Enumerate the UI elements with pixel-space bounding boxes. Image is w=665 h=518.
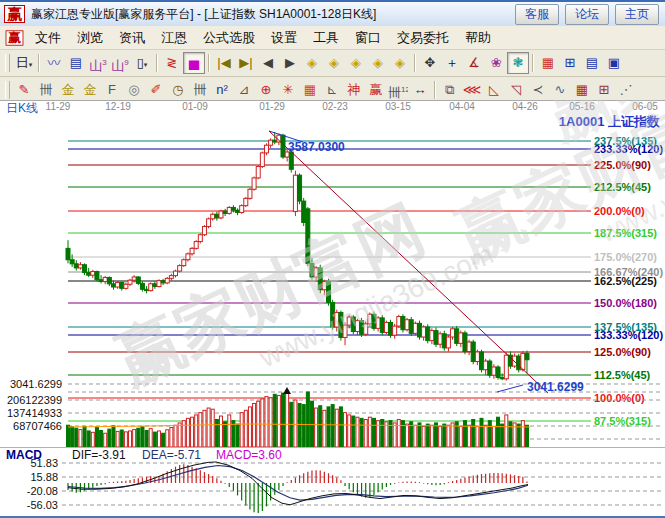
flower-tool-icon[interactable]: ❀ xyxy=(485,52,507,74)
candle-body xyxy=(236,210,240,212)
draw-pencil2-icon[interactable]: ✐ xyxy=(145,79,167,101)
prev-page-button[interactable]: ◀ xyxy=(257,52,279,74)
volume-bar xyxy=(352,416,355,447)
last-page-button[interactable]: ▶| xyxy=(235,52,257,74)
calculator-icon[interactable]: ⊞ xyxy=(559,52,581,74)
pan-hand-icon[interactable]: ✥ xyxy=(419,52,441,74)
candle-body xyxy=(66,248,70,259)
candle-body xyxy=(409,320,413,334)
next-page-button[interactable]: ▶ xyxy=(279,52,301,74)
gann-comb-icon[interactable]: 卌 xyxy=(35,79,57,101)
mirror-icon[interactable]: ⊿ xyxy=(233,79,255,101)
pattern-view-icon[interactable]: 〰 xyxy=(43,52,65,74)
gold-gann-icon-1[interactable]: 金 xyxy=(57,79,79,101)
candle-body xyxy=(475,352,479,362)
gann-label-8: 162.5%(225) xyxy=(594,275,657,287)
forum-button[interactable]: 论坛 xyxy=(565,4,609,25)
angle-ruler-icon[interactable]: ⊾ xyxy=(321,79,343,101)
fan-box-icon[interactable]: ◺ xyxy=(483,79,505,101)
home-button[interactable]: 主页 xyxy=(615,4,659,25)
volume-bar xyxy=(356,417,359,447)
candle-body xyxy=(244,198,248,205)
gold-gann-icon-2[interactable]: 金 xyxy=(79,79,101,101)
volume-bar xyxy=(377,421,380,447)
volume-bar xyxy=(215,420,218,448)
h-resize-icon[interactable]: ↔ xyxy=(409,79,431,101)
candle-body xyxy=(496,367,500,377)
volume-bar xyxy=(211,409,214,447)
first-page-button[interactable]: |◀ xyxy=(213,52,235,74)
volume-chart-icon[interactable]: ▅ xyxy=(183,52,205,74)
gann-diamond-center-icon[interactable]: ◈ xyxy=(389,52,411,74)
fan-lines-icon[interactable]: ⋘ xyxy=(461,79,483,101)
ying-tool-icon[interactable]: 赢 xyxy=(365,79,387,101)
angle-lines-icon[interactable]: ≺ xyxy=(527,79,549,101)
menu-item-2[interactable]: 资讯 xyxy=(111,27,153,49)
candle-body xyxy=(223,211,227,213)
volume-bar xyxy=(339,407,342,447)
fan-box2-icon[interactable]: ◹ xyxy=(505,79,527,101)
draw-pencil-icon[interactable]: ✎ xyxy=(13,79,35,101)
grid-tool-icon[interactable]: ▦ xyxy=(571,79,593,101)
candle-body xyxy=(256,167,260,178)
globe-tool-icon[interactable]: ❃ xyxy=(507,52,529,74)
chart-area[interactable]: 11-2912-1901-0901-2902-2303-1504-0404-26… xyxy=(0,100,665,518)
gann-diamond-left-icon[interactable]: ◈ xyxy=(301,52,323,74)
volume-bar xyxy=(406,424,409,447)
volume-bar xyxy=(79,430,82,447)
ruler-123-icon[interactable]: 卌123 xyxy=(387,79,409,101)
kline-compress-icon[interactable]: ≷ xyxy=(161,52,183,74)
slant-lines-icon[interactable]: ⋰ xyxy=(615,79,637,101)
toolbar-separator xyxy=(414,54,416,72)
candle-style-button[interactable]: ▯▾ xyxy=(131,52,153,74)
volume-bar xyxy=(95,428,98,447)
zigzag-icon[interactable]: ∿ xyxy=(549,79,571,101)
volume-bar xyxy=(344,413,347,447)
candle-body xyxy=(434,331,438,345)
bars-3-icon[interactable]: 山3 xyxy=(87,52,109,74)
red-grid-icon[interactable]: ▦ xyxy=(299,79,321,101)
menu-item-0[interactable]: 文件 xyxy=(27,27,69,49)
grid-tool2-icon[interactable]: ⊞ xyxy=(593,79,615,101)
menu-item-5[interactable]: 设置 xyxy=(263,27,305,49)
menu-item-3[interactable]: 江恩 xyxy=(153,27,195,49)
menu-item-8[interactable]: 交易委托 xyxy=(389,27,457,49)
calendar-icon[interactable]: ▦ xyxy=(537,52,559,74)
customer-service-button[interactable]: 客服 xyxy=(515,4,559,25)
candle-body xyxy=(140,283,144,289)
candle-body xyxy=(74,264,78,268)
shen-tool-icon[interactable]: 神 xyxy=(343,79,365,101)
gann-diamond-up-icon[interactable]: ◈ xyxy=(345,52,367,74)
comb2-icon[interactable]: 卌 xyxy=(189,79,211,101)
gann-diamond-right-icon[interactable]: ◈ xyxy=(323,52,345,74)
gann-diamond-down-icon[interactable]: ◈ xyxy=(367,52,389,74)
menu-item-9[interactable]: 帮助 xyxy=(457,27,499,49)
candle-body xyxy=(467,342,471,352)
candle-body xyxy=(463,333,467,352)
spiral-icon[interactable]: ◎ xyxy=(123,79,145,101)
save-icon[interactable]: ▣ xyxy=(603,52,625,74)
time-cycle-icon[interactable]: ◷ xyxy=(167,79,189,101)
volume-bar xyxy=(327,407,330,447)
kline-chart-svg[interactable]: 11-2912-1901-0901-2902-2303-1504-0404-26… xyxy=(0,100,665,518)
menu-item-4[interactable]: 公式选股 xyxy=(195,27,263,49)
n-square-icon[interactable]: n² xyxy=(211,79,233,101)
target-icon[interactable]: ⊕ xyxy=(255,79,277,101)
menu-item-1[interactable]: 浏览 xyxy=(69,27,111,49)
notes-icon[interactable]: ▤ xyxy=(581,52,603,74)
volume-bar xyxy=(149,429,152,447)
bars-9-icon[interactable]: 山9 xyxy=(109,52,131,74)
trendline-tool-icon[interactable]: ∡ xyxy=(463,52,485,74)
candle-body xyxy=(459,333,463,343)
toolbar-grip xyxy=(5,54,10,72)
info-doc-icon[interactable]: ▤ xyxy=(65,52,87,74)
volume-bar xyxy=(525,425,528,447)
candle-body xyxy=(211,214,215,219)
star-burst-icon[interactable]: ✳ xyxy=(277,79,299,101)
menu-item-7[interactable]: 窗口 xyxy=(347,27,389,49)
box-tool-icon[interactable]: ⧉ xyxy=(439,79,461,101)
crosshair-icon[interactable]: ＋ xyxy=(441,52,463,74)
menu-item-6[interactable]: 工具 xyxy=(305,27,347,49)
f-comb-icon[interactable]: F xyxy=(101,79,123,101)
period-day-button[interactable]: 日▾ xyxy=(13,52,35,74)
